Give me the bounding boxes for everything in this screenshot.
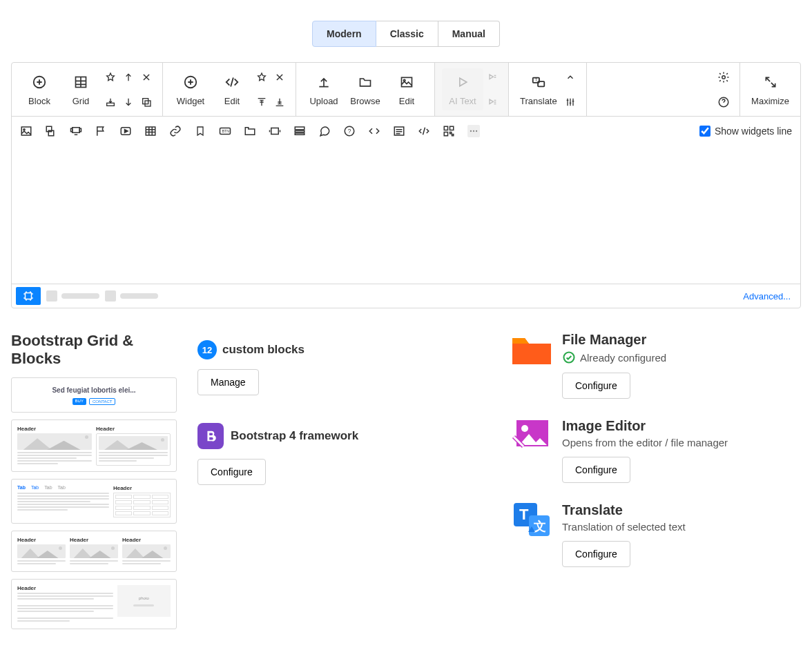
svg-text:T: T	[534, 77, 537, 82]
breadcrumb-item[interactable]	[46, 290, 99, 302]
star-icon[interactable]	[255, 71, 268, 83]
template-thumb[interactable]: TabTabTabTab Header	[11, 479, 177, 524]
button-icon[interactable]: BTN	[219, 125, 231, 137]
editor-canvas[interactable]	[12, 146, 800, 284]
editor-toolbar: Block Grid	[11, 62, 801, 308]
svg-text:T: T	[519, 506, 529, 523]
folder-icon	[511, 332, 552, 366]
more-icon[interactable]	[467, 125, 480, 137]
block-button[interactable]: Block	[19, 68, 60, 110]
grid-button[interactable]: Grid	[60, 68, 102, 110]
star-icon[interactable]	[104, 71, 117, 83]
maximize-button-label: Maximize	[751, 96, 789, 106]
advanced-link[interactable]: Advanced...	[737, 291, 796, 302]
upload-button[interactable]: Upload	[303, 68, 345, 110]
configure-ie-button[interactable]: Configure	[562, 457, 630, 483]
blocks-label: custom blocks	[222, 343, 304, 357]
browse-button[interactable]: Browse	[345, 68, 386, 110]
arrow-up-icon[interactable]	[122, 71, 135, 83]
breadcrumb-item[interactable]	[105, 290, 158, 302]
translate-icon: T文	[511, 502, 552, 537]
align-bottom-icon[interactable]	[273, 96, 286, 108]
show-widgets-toggle[interactable]: Show widgets line	[699, 126, 792, 137]
link-icon[interactable]	[169, 125, 182, 137]
manage-button[interactable]: Manage	[197, 369, 259, 395]
help-icon[interactable]	[717, 96, 730, 108]
tabs-icon[interactable]	[244, 125, 256, 137]
template-thumb[interactable]: Header Header	[11, 419, 177, 472]
edit-button[interactable]: Edit	[211, 68, 253, 110]
svg-point-35	[473, 130, 474, 132]
maximize-button[interactable]: Maximize	[747, 68, 793, 110]
gallery-icon[interactable]	[45, 125, 57, 137]
svg-rect-17	[72, 128, 80, 133]
close-icon[interactable]	[140, 71, 153, 83]
browse-button-label: Browse	[350, 96, 380, 106]
code-icon	[222, 72, 242, 92]
template-thumb[interactable]: Sed feugiat lobortis elei... BUYCONTACT	[11, 377, 177, 413]
tab-classic[interactable]: Classic	[376, 21, 438, 47]
maximize-icon	[761, 72, 780, 92]
insert-down-icon[interactable]	[104, 96, 117, 108]
sliders-icon[interactable]	[564, 96, 577, 108]
tab-manual[interactable]: Manual	[438, 21, 500, 47]
blocks-count-badge: 12	[197, 340, 217, 359]
show-widgets-checkbox[interactable]	[699, 126, 710, 137]
feature-title: Translate	[562, 502, 801, 518]
image-icon[interactable]	[20, 125, 32, 137]
qr-icon[interactable]	[443, 125, 455, 137]
arrow-down-icon[interactable]	[122, 96, 135, 108]
status-bar: Advanced...	[12, 284, 800, 308]
svg-rect-32	[450, 126, 454, 130]
form-icon[interactable]	[393, 125, 405, 137]
tab-modern[interactable]: Modern	[312, 21, 376, 47]
close-icon[interactable]	[273, 71, 286, 83]
svg-rect-19	[79, 128, 81, 132]
image-editor-icon	[511, 418, 552, 453]
grid-mode-toggle[interactable]	[16, 287, 41, 305]
html-icon[interactable]	[418, 125, 430, 137]
ai-text-button: AI Text	[442, 68, 483, 110]
group-max: Maximize	[740, 63, 800, 116]
embed-icon[interactable]	[368, 125, 380, 137]
plus-circle-icon	[30, 72, 49, 92]
configure-bootstrap-button[interactable]: Configure	[197, 459, 266, 485]
edit-button-label: Edit	[224, 96, 240, 106]
template-thumbnails: Sed feugiat lobortis elei... BUYCONTACT …	[11, 377, 177, 629]
template-thumb[interactable]: Header Header Header	[11, 531, 177, 572]
comment-icon[interactable]	[318, 125, 331, 137]
configure-fm-button[interactable]: Configure	[562, 373, 630, 399]
configure-tr-button[interactable]: Configure	[562, 541, 630, 567]
bookmark-icon[interactable]	[194, 125, 206, 137]
svg-point-11	[722, 75, 726, 79]
question-icon[interactable]: ?	[343, 125, 356, 137]
bootstrap-label: Bootstrap 4 framework	[231, 429, 358, 443]
svg-point-7	[403, 79, 405, 81]
widget-button[interactable]: Widget	[170, 68, 211, 110]
align-top-icon[interactable]	[255, 96, 268, 108]
feature-sub: Already configured	[580, 352, 666, 364]
copy-icon[interactable]	[140, 96, 153, 108]
edit-image-button[interactable]: Edit	[386, 68, 427, 110]
svg-text:?: ?	[348, 128, 351, 135]
svg-rect-24	[271, 128, 279, 135]
translate-button[interactable]: T Translate	[516, 68, 561, 110]
show-widgets-label: Show widgets line	[715, 126, 792, 137]
custom-blocks-head: 12 custom blocks	[197, 340, 490, 359]
carousel-icon[interactable]	[269, 125, 281, 137]
svg-rect-2	[107, 103, 115, 106]
feature-title: File Manager	[562, 332, 801, 348]
flag-icon[interactable]	[95, 125, 107, 137]
gear-icon[interactable]	[717, 71, 730, 83]
chevron-up-icon[interactable]	[564, 71, 577, 83]
group-translate: T Translate	[509, 63, 587, 116]
video-icon[interactable]	[119, 125, 132, 137]
accordion-icon[interactable]	[293, 125, 306, 137]
bootstrap-head: Bootstrap 4 framework	[197, 423, 490, 449]
svg-point-34	[470, 130, 472, 132]
upload-icon	[314, 72, 334, 92]
table-icon[interactable]	[144, 125, 157, 137]
svg-rect-21	[146, 127, 155, 135]
slider-icon[interactable]	[70, 125, 82, 137]
template-thumb[interactable]: Header photo	[11, 579, 177, 629]
